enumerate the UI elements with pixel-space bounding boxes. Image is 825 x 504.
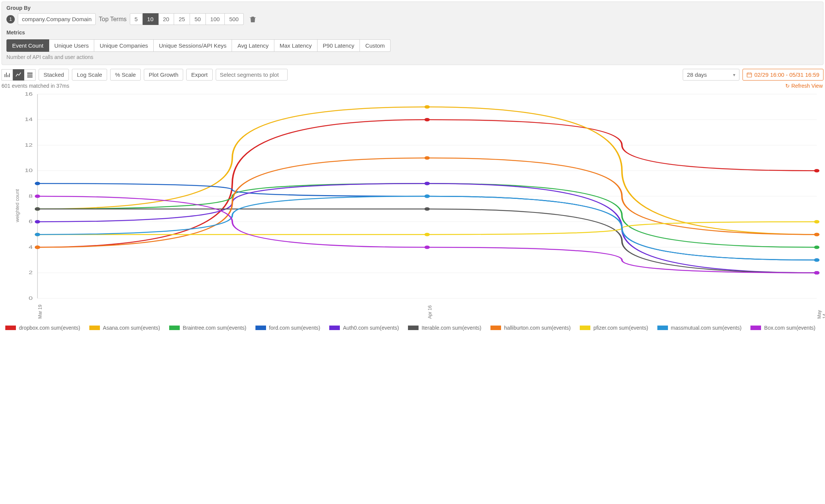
legend-label: dropbox.com sum(events) bbox=[19, 325, 80, 331]
legend-item[interactable]: pfizer.com sum(events) bbox=[580, 325, 648, 331]
metric-btn[interactable]: P90 Latency bbox=[318, 39, 360, 52]
legend-label: Braintree.com sum(events) bbox=[183, 325, 246, 331]
x-tick-label: May 14 bbox=[817, 310, 821, 319]
period-value: 28 days bbox=[687, 71, 707, 78]
legend-label: massmutual.com sum(events) bbox=[671, 325, 742, 331]
svg-point-46 bbox=[814, 258, 819, 262]
top-terms-btn-20[interactable]: 20 bbox=[159, 13, 174, 25]
svg-point-43 bbox=[814, 220, 819, 223]
legend-swatch bbox=[169, 326, 180, 330]
stacked-button[interactable]: Stacked bbox=[39, 69, 69, 81]
legend-item[interactable]: Asana.com sum(events) bbox=[89, 325, 160, 331]
svg-point-39 bbox=[425, 156, 430, 160]
svg-point-35 bbox=[35, 207, 40, 211]
top-terms-btn-50[interactable]: 50 bbox=[190, 13, 206, 25]
date-range-picker[interactable]: 02/29 16:00 - 05/31 16:59 bbox=[742, 69, 823, 81]
x-tick-label: Apr 16 bbox=[427, 306, 432, 319]
bar-view-icon[interactable] bbox=[2, 69, 13, 81]
x-ticks: Mar 19Apr 16May 14 bbox=[11, 302, 823, 321]
metrics-label: Metrics bbox=[6, 29, 819, 36]
legend-item[interactable]: massmutual.com sum(events) bbox=[657, 325, 742, 331]
y-axis-title: weighted count bbox=[14, 189, 20, 222]
legend-label: halliburton.com sum(events) bbox=[504, 325, 571, 331]
metric-btn[interactable]: Event Count bbox=[6, 39, 49, 52]
legend-item[interactable]: halliburton.com sum(events) bbox=[490, 325, 571, 331]
top-terms-btn-5[interactable]: 5 bbox=[130, 13, 143, 25]
top-terms-group: 510202550100500 bbox=[130, 13, 244, 25]
svg-point-32 bbox=[35, 220, 40, 223]
svg-point-45 bbox=[425, 195, 430, 198]
metric-btn[interactable]: Unique Sessions/API Keys bbox=[154, 39, 232, 52]
chart-toolbar: Stacked Log Scale % Scale Plot Growth Ex… bbox=[0, 67, 825, 82]
svg-text:12: 12 bbox=[25, 143, 33, 147]
export-button[interactable]: Export bbox=[186, 69, 212, 81]
svg-point-29 bbox=[35, 182, 40, 185]
refresh-view-link[interactable]: ↻ Refresh View bbox=[785, 83, 823, 89]
legend-swatch bbox=[657, 326, 668, 330]
metric-btn[interactable]: Avg Latency bbox=[232, 39, 274, 52]
svg-point-44 bbox=[35, 233, 40, 236]
svg-point-47 bbox=[35, 195, 40, 198]
calendar-icon bbox=[747, 72, 752, 78]
groupby-label: Group By bbox=[6, 5, 819, 11]
svg-point-21 bbox=[425, 118, 430, 121]
top-terms-btn-25[interactable]: 25 bbox=[174, 13, 190, 25]
top-terms-btn-100[interactable]: 100 bbox=[206, 13, 225, 25]
top-terms-btn-10[interactable]: 10 bbox=[143, 13, 159, 25]
segments-input[interactable] bbox=[216, 69, 288, 81]
svg-text:0: 0 bbox=[29, 296, 33, 301]
status-text: 601 events matched in 37ms bbox=[2, 83, 69, 89]
groupby-field-select[interactable]: company.Company Domain bbox=[18, 13, 96, 25]
x-tick-label: Mar 19 bbox=[37, 305, 42, 319]
line-view-icon[interactable] bbox=[13, 69, 24, 81]
legend-swatch bbox=[580, 326, 590, 330]
metrics-group: Event CountUnique UsersUnique CompaniesU… bbox=[6, 39, 391, 52]
legend-item[interactable]: Braintree.com sum(events) bbox=[169, 325, 246, 331]
metric-btn[interactable]: Custom bbox=[360, 39, 391, 52]
svg-point-28 bbox=[814, 246, 819, 249]
svg-point-38 bbox=[35, 246, 40, 249]
svg-point-33 bbox=[425, 182, 430, 185]
svg-text:4: 4 bbox=[29, 245, 33, 250]
table-view-icon[interactable] bbox=[24, 69, 36, 81]
legend-item[interactable]: dropbox.com sum(events) bbox=[5, 325, 80, 331]
top-terms-label: Top Terms bbox=[99, 16, 127, 23]
pct-scale-button[interactable]: % Scale bbox=[110, 69, 141, 81]
legend-label: Asana.com sum(events) bbox=[103, 325, 160, 331]
period-dropdown[interactable]: 28 days ▾ bbox=[683, 69, 739, 81]
chart-area: weighted count 0246810121416 Mar 19Apr 1… bbox=[8, 90, 825, 321]
legend-swatch bbox=[750, 326, 761, 330]
config-panel: Group By 1 company.Company Domain Top Te… bbox=[2, 2, 823, 65]
chevron-down-icon: ▾ bbox=[733, 72, 735, 78]
line-chart: 0246810121416 bbox=[11, 90, 823, 302]
metrics-help-text: Number of API calls and user actions bbox=[6, 54, 819, 60]
metric-btn[interactable]: Unique Users bbox=[49, 39, 95, 52]
svg-point-24 bbox=[425, 105, 430, 109]
top-terms-btn-500[interactable]: 500 bbox=[225, 13, 244, 25]
legend-item[interactable]: Box.com sum(events) bbox=[750, 325, 815, 331]
metric-btn[interactable]: Max Latency bbox=[274, 39, 318, 52]
log-scale-button[interactable]: Log Scale bbox=[72, 69, 107, 81]
legend-item[interactable]: Auth0.com sum(events) bbox=[329, 325, 399, 331]
refresh-label: Refresh View bbox=[791, 83, 823, 89]
legend-item[interactable]: Iterable.com sum(events) bbox=[408, 325, 481, 331]
groupby-index-badge: 1 bbox=[6, 15, 15, 23]
legend-item[interactable]: ford.com sum(events) bbox=[255, 325, 320, 331]
svg-point-42 bbox=[425, 233, 430, 236]
legend: dropbox.com sum(events)Asana.com sum(eve… bbox=[0, 321, 825, 336]
legend-swatch bbox=[5, 326, 16, 330]
legend-swatch bbox=[490, 326, 501, 330]
groupby-row: 1 company.Company Domain Top Terms 51020… bbox=[6, 13, 819, 25]
delete-groupby-icon[interactable] bbox=[250, 16, 256, 23]
refresh-icon: ↻ bbox=[785, 83, 790, 89]
svg-rect-0 bbox=[747, 73, 752, 77]
plot-growth-button[interactable]: Plot Growth bbox=[144, 69, 183, 81]
view-toggle bbox=[2, 69, 36, 81]
legend-label: ford.com sum(events) bbox=[269, 325, 320, 331]
metric-btn[interactable]: Unique Companies bbox=[94, 39, 154, 52]
legend-swatch bbox=[255, 326, 266, 330]
status-row: 601 events matched in 37ms ↻ Refresh Vie… bbox=[0, 82, 825, 90]
legend-label: pfizer.com sum(events) bbox=[593, 325, 648, 331]
svg-text:8: 8 bbox=[29, 194, 33, 198]
legend-label: Auth0.com sum(events) bbox=[343, 325, 399, 331]
